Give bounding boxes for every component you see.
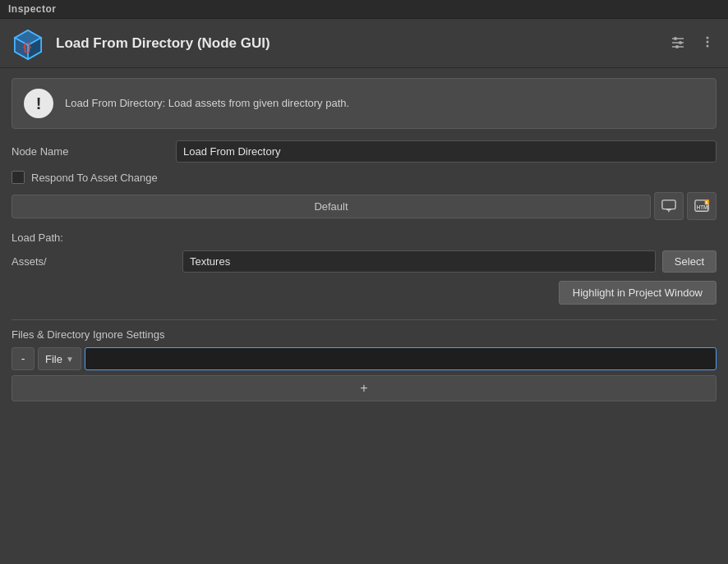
info-text: Load From Directory: Load assets from gi… — [65, 96, 349, 111]
header-bar: {} Load From Directory (Node GUI) — [0, 19, 728, 68]
tab-label: Inspector — [8, 3, 57, 15]
assets-prefix-label: Assets/ — [12, 255, 176, 268]
svg-point-12 — [707, 40, 709, 43]
svg-point-10 — [675, 45, 679, 48]
select-button[interactable]: Select — [662, 250, 716, 273]
svg-point-6 — [674, 37, 677, 40]
files-section-label: Files & Directory Ignore Settings — [12, 328, 716, 341]
highlight-button[interactable]: Highlight in Project Window — [559, 281, 716, 305]
default-button[interactable]: Default — [12, 195, 651, 218]
node-name-input[interactable] — [176, 140, 716, 163]
monitor-button[interactable] — [654, 192, 684, 220]
ignore-row: - File ▼ — [12, 347, 716, 370]
header-actions — [667, 33, 718, 54]
svg-point-11 — [707, 36, 709, 39]
tune-button[interactable] — [667, 33, 689, 54]
svg-rect-14 — [662, 200, 675, 209]
load-path-row: Assets/ Select — [12, 250, 716, 273]
info-box: ! Load From Directory: Load assets from … — [12, 78, 716, 129]
more-button[interactable] — [697, 33, 718, 54]
file-type-dropdown[interactable]: File ▼ — [38, 347, 81, 370]
info-icon: ! — [24, 89, 53, 118]
ignore-text-input[interactable] — [85, 347, 716, 370]
chevron-down-icon: ▼ — [66, 355, 74, 364]
highlight-row: Highlight in Project Window — [12, 281, 716, 305]
svg-text:{}: {} — [23, 40, 31, 53]
add-button[interactable]: + — [12, 375, 716, 401]
page-title: Load From Directory (Node GUI) — [56, 35, 667, 52]
node-name-row: Node Name — [12, 140, 716, 163]
html-button[interactable]: HTML 5 — [687, 192, 716, 220]
toolbar-row: Default HTML 5 — [12, 192, 716, 220]
respond-checkbox-label: Respond To Asset Change — [31, 172, 158, 184]
section-divider — [12, 319, 716, 320]
node-name-label: Node Name — [12, 145, 176, 158]
tab-bar: Inspector — [0, 0, 728, 19]
svg-point-8 — [679, 41, 682, 44]
svg-point-13 — [707, 44, 709, 47]
app-logo: {} — [10, 25, 46, 62]
load-path-input[interactable] — [182, 250, 656, 273]
respond-checkbox-row: Respond To Asset Change — [12, 171, 716, 184]
load-path-label: Load Path: — [12, 232, 716, 244]
svg-text:5: 5 — [706, 201, 708, 205]
dropdown-label: File — [45, 353, 62, 365]
minus-button[interactable]: - — [12, 347, 35, 370]
respond-checkbox[interactable] — [12, 171, 25, 184]
main-content: ! Load From Directory: Load assets from … — [0, 68, 728, 411]
